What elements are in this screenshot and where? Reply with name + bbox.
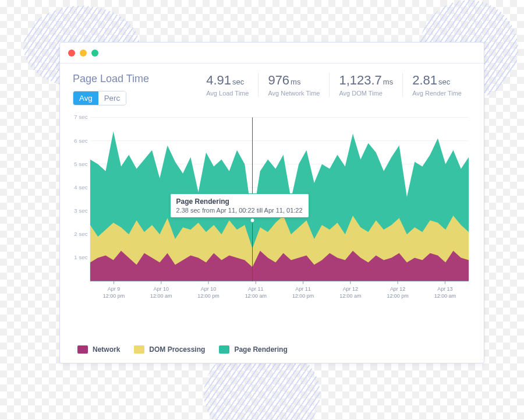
legend-item-rendering[interactable]: Page Rendering bbox=[219, 345, 287, 354]
maximize-icon[interactable] bbox=[91, 50, 98, 57]
metric-unit: sec bbox=[438, 77, 450, 86]
chart-area[interactable]: 1 sec2 sec3 sec4 sec5 sec6 sec7 secApr 9… bbox=[60, 112, 484, 340]
metric-value: 2.81 bbox=[412, 73, 437, 87]
metric-unit: ms bbox=[383, 77, 393, 86]
perc-toggle-button[interactable]: Perc bbox=[98, 91, 126, 105]
svg-text:Apr 12: Apr 12 bbox=[390, 286, 405, 292]
app-window: Page Load Time Avg Perc 4.91sec Avg Load… bbox=[59, 42, 484, 363]
svg-text:Apr 11: Apr 11 bbox=[295, 286, 310, 292]
svg-text:7 sec: 7 sec bbox=[74, 114, 88, 120]
metric-value: 1,123.7 bbox=[339, 73, 381, 87]
metric-value: 976 bbox=[268, 73, 289, 87]
svg-text:5 sec: 5 sec bbox=[74, 161, 88, 167]
svg-text:Apr 12: Apr 12 bbox=[343, 286, 358, 292]
metric-label: Avg Render Time bbox=[412, 90, 462, 97]
svg-text:3 sec: 3 sec bbox=[74, 207, 88, 214]
svg-text:Apr 9: Apr 9 bbox=[108, 286, 120, 292]
header: Page Load Time Avg Perc 4.91sec Avg Load… bbox=[60, 63, 484, 112]
metric-value: 4.91 bbox=[206, 73, 231, 87]
legend-item-network[interactable]: Network bbox=[77, 345, 120, 354]
metric-load-time: 4.91sec Avg Load Time bbox=[197, 73, 258, 97]
svg-text:12:00 am: 12:00 am bbox=[339, 293, 361, 299]
legend-swatch bbox=[134, 345, 144, 354]
metrics-row: 4.91sec Avg Load Time 976ms Avg Network … bbox=[197, 73, 471, 97]
svg-text:Apr 13: Apr 13 bbox=[437, 286, 452, 292]
avg-toggle-button[interactable]: Avg bbox=[73, 91, 98, 105]
metric-label: Avg Network Time bbox=[268, 90, 320, 97]
svg-text:12:00 am: 12:00 am bbox=[245, 293, 267, 299]
metric-render-time: 2.81sec Avg Render Time bbox=[402, 73, 471, 97]
titlebar bbox=[60, 43, 484, 63]
svg-text:2 sec: 2 sec bbox=[74, 231, 88, 237]
svg-text:4 sec: 4 sec bbox=[74, 184, 88, 190]
stacked-area-chart[interactable]: 1 sec2 sec3 sec4 sec5 sec6 sec7 secApr 9… bbox=[73, 112, 471, 305]
legend-label: DOM Processing bbox=[149, 345, 205, 354]
svg-text:Apr 10: Apr 10 bbox=[201, 286, 216, 292]
chart-legend: Network DOM Processing Page Rendering bbox=[60, 340, 484, 363]
metric-unit: sec bbox=[232, 77, 244, 86]
close-icon[interactable] bbox=[68, 50, 75, 57]
svg-text:12:00 pm: 12:00 pm bbox=[103, 293, 125, 299]
metric-label: Avg Load Time bbox=[206, 90, 249, 97]
metric-unit: ms bbox=[291, 77, 300, 86]
metric-label: Avg DOM Time bbox=[339, 90, 393, 97]
svg-text:1 sec: 1 sec bbox=[74, 254, 88, 260]
metric-dom-time: 1,123.7ms Avg DOM Time bbox=[329, 73, 402, 97]
svg-text:6 sec: 6 sec bbox=[74, 137, 88, 144]
legend-label: Network bbox=[93, 345, 120, 354]
svg-text:12:00 pm: 12:00 pm bbox=[387, 293, 408, 299]
legend-swatch bbox=[77, 345, 88, 354]
svg-text:12:00 am: 12:00 am bbox=[150, 293, 172, 299]
svg-point-40 bbox=[250, 218, 255, 223]
legend-swatch bbox=[219, 345, 229, 354]
svg-text:12:00 pm: 12:00 pm bbox=[197, 293, 219, 299]
legend-item-dom[interactable]: DOM Processing bbox=[134, 345, 205, 354]
svg-text:Apr 11: Apr 11 bbox=[248, 286, 263, 292]
metric-network-time: 976ms Avg Network Time bbox=[258, 73, 329, 97]
legend-label: Page Rendering bbox=[234, 345, 287, 354]
page-title: Page Load Time bbox=[73, 73, 149, 85]
svg-text:12:00 am: 12:00 am bbox=[434, 293, 456, 299]
minimize-icon[interactable] bbox=[80, 50, 87, 57]
toggle-group: Avg Perc bbox=[73, 91, 126, 105]
svg-text:12:00 pm: 12:00 pm bbox=[292, 293, 314, 299]
svg-text:Apr 10: Apr 10 bbox=[154, 286, 169, 292]
